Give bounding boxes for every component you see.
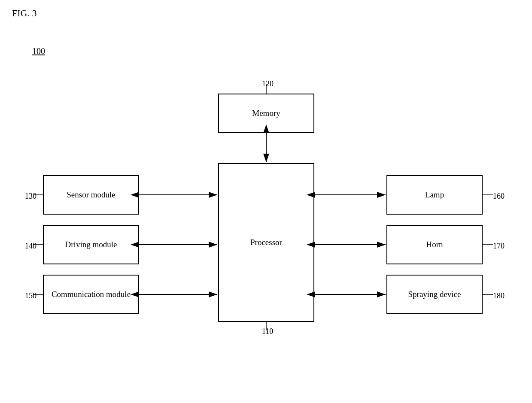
driving-label: Driving module (65, 240, 117, 249)
memory-box: Memory (218, 94, 314, 133)
sensor-label: Sensor module (67, 190, 115, 200)
horn-label: Horn (426, 240, 443, 249)
lamp-box: Lamp (386, 175, 483, 215)
communication-module-box: Communication module (43, 275, 139, 314)
horn-box: Horn (386, 225, 483, 264)
ref-170: 170 (493, 242, 505, 251)
driving-module-box: Driving module (43, 225, 139, 264)
ref-160: 160 (493, 192, 505, 201)
ref-140: 140 (25, 242, 36, 251)
ref-120: 120 (262, 79, 274, 88)
figure-title: FIG. 3 (12, 8, 36, 19)
ref-150: 150 (25, 291, 36, 300)
ref-180: 180 (493, 291, 505, 300)
lamp-label: Lamp (425, 190, 444, 200)
processor-label: Processor (250, 238, 282, 247)
ref-110: 110 (262, 327, 273, 336)
comm-label: Communication module (52, 290, 131, 299)
ref-130: 130 (25, 192, 36, 201)
memory-label: Memory (252, 109, 280, 118)
system-label: 100 (32, 46, 45, 56)
spraying-label: Spraying device (408, 290, 461, 299)
spraying-device-box: Spraying device (386, 275, 483, 314)
sensor-module-box: Sensor module (43, 175, 139, 215)
processor-box: Processor (218, 163, 314, 322)
